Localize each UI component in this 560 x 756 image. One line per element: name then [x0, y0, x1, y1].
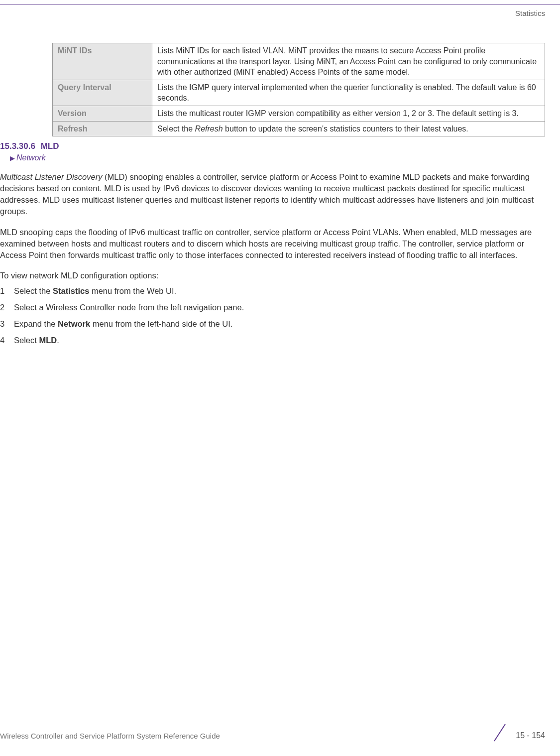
breadcrumb-label: Network: [16, 153, 46, 162]
step-item: Select a Wireless Controller node from t…: [0, 302, 545, 313]
steps-list: Select the Statistics menu from the Web …: [0, 285, 545, 346]
text-bold: Network: [58, 319, 90, 328]
svg-line-0: [494, 724, 505, 741]
footer-slash-icon: [489, 722, 510, 743]
section-title: MLD: [41, 141, 59, 151]
paragraph: Multicast Listener Discovery (MLD) snoop…: [0, 171, 545, 217]
paragraph: To view network MLD configuration option…: [0, 270, 545, 281]
param-desc: Lists MiNT IDs for each listed VLAN. MiN…: [152, 43, 545, 80]
text: .: [57, 336, 59, 345]
text: Select the: [14, 286, 53, 295]
text-bold: MLD: [39, 336, 57, 345]
step-item: Select the Statistics menu from the Web …: [0, 285, 545, 297]
table-row: MiNT IDs Lists MiNT IDs for each listed …: [53, 43, 545, 80]
text: menu from the Web UI.: [89, 286, 176, 295]
text-emphasis: Multicast Listener Discovery: [0, 172, 102, 181]
text-emphasis: Refresh: [195, 125, 223, 133]
text: menu from the left-hand side of the UI.: [90, 319, 232, 328]
text: Select the: [157, 125, 195, 133]
table-row: Version Lists the multicast router IGMP …: [53, 106, 545, 121]
footer-page-number: 15 - 154: [516, 731, 545, 740]
text: button to update the screen's statistics…: [223, 125, 468, 133]
text: Select: [14, 336, 39, 345]
breadcrumb: ▶Network: [10, 153, 545, 162]
param-label: Version: [53, 106, 152, 121]
footer-guide-title: Wireless Controller and Service Platform…: [0, 732, 220, 740]
param-label: Query Interval: [53, 80, 152, 106]
step-item: Select MLD.: [0, 335, 545, 346]
param-desc: Select the Refresh button to update the …: [152, 121, 545, 136]
step-item: Expand the Network menu from the left-ha…: [0, 318, 545, 330]
text: Expand the: [14, 319, 58, 328]
table-row: Query Interval Lists the IGMP query inte…: [53, 80, 545, 106]
param-label: MiNT IDs: [53, 43, 152, 80]
table-row: Refresh Select the Refresh button to upd…: [53, 121, 545, 136]
section-number: 15.3.30.6: [0, 141, 35, 151]
section-heading: 15.3.30.6 MLD: [0, 141, 545, 151]
header-chapter-label: Statistics: [515, 9, 545, 17]
paragraph: MLD snooping caps the flooding of IPv6 m…: [0, 227, 545, 261]
text-bold: Statistics: [53, 286, 89, 295]
param-label: Refresh: [53, 121, 152, 136]
param-desc: Lists the IGMP query interval implemente…: [152, 80, 545, 106]
parameters-table: MiNT IDs Lists MiNT IDs for each listed …: [52, 43, 545, 136]
footer: Wireless Controller and Service Platform…: [0, 722, 545, 742]
arrow-icon: ▶: [10, 154, 15, 162]
header-divider: [0, 4, 560, 4]
param-desc: Lists the multicast router IGMP version …: [152, 106, 545, 121]
